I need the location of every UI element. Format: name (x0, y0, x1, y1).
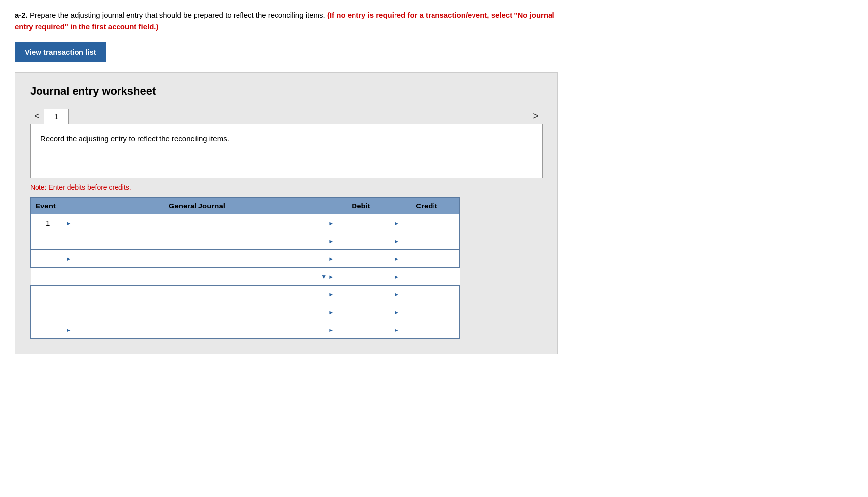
credit5-arrow-icon: ► (394, 291, 399, 297)
debit4-arrow-icon: ► (328, 274, 334, 280)
credit-input-5[interactable] (400, 286, 459, 303)
credit-cell-6[interactable]: ► (394, 303, 460, 321)
table-row: ► ► (31, 286, 460, 303)
gj-cell-3[interactable]: ► (66, 250, 328, 268)
gj-input-1[interactable] (72, 214, 328, 232)
event-cell-3 (31, 250, 66, 268)
debit-cell-1[interactable]: ► (328, 214, 394, 232)
debit-input-4[interactable] (335, 268, 394, 285)
header-event: Event (31, 198, 66, 214)
credit-input-4[interactable] (400, 268, 459, 285)
event-cell-6 (31, 303, 66, 321)
credit6-arrow-icon: ► (394, 309, 399, 315)
credit1-arrow-icon: ► (394, 220, 399, 226)
table-row: ► ► ► (31, 321, 460, 339)
gj-input-3[interactable] (72, 250, 328, 267)
credit-input-6[interactable] (400, 303, 459, 321)
debit3-arrow-icon: ► (328, 256, 334, 262)
credit-cell-2[interactable]: ► (394, 232, 460, 250)
debit-cell-2[interactable]: ► (328, 232, 394, 250)
debit-cell-3[interactable]: ► (328, 250, 394, 268)
credit-cell-7[interactable]: ► (394, 321, 460, 339)
credit-cell-3[interactable]: ► (394, 250, 460, 268)
gj-input-4[interactable] (66, 268, 320, 285)
event-cell-5 (31, 286, 66, 303)
instruction-prefix: a-2. (15, 11, 28, 19)
row7-arrow-icon: ► (66, 327, 72, 333)
instruction-main: Prepare the adjusting journal entry that… (30, 11, 327, 19)
gj-cell-2[interactable] (66, 232, 328, 250)
tab-1[interactable]: 1 (44, 109, 69, 124)
nav-right-button[interactable]: > (529, 108, 543, 124)
journal-table: Event General Journal Debit Credit 1 ► ► (30, 197, 460, 339)
row3-arrow-icon: ► (66, 256, 72, 262)
debit-cell-5[interactable]: ► (328, 286, 394, 303)
table-row: ► ► (31, 303, 460, 321)
gj-input-5[interactable] (66, 286, 328, 303)
debit6-arrow-icon: ► (328, 309, 334, 315)
gj-input-6[interactable] (66, 303, 328, 321)
gj-cell-1[interactable]: ► (66, 214, 328, 232)
table-header-row: Event General Journal Debit Credit (31, 198, 460, 214)
debit-input-3[interactable] (335, 250, 394, 267)
credit-input-7[interactable] (400, 321, 459, 338)
gj-cell-6[interactable] (66, 303, 328, 321)
debit-input-1[interactable] (335, 214, 394, 232)
worksheet-container: Journal entry worksheet < 1 > Record the… (15, 72, 558, 354)
instructions-container: a-2. Prepare the adjusting journal entry… (15, 10, 853, 32)
event-cell-1: 1 (31, 214, 66, 232)
debit5-arrow-icon: ► (328, 291, 334, 297)
debit7-arrow-icon: ► (328, 327, 334, 333)
gj-input-2[interactable] (66, 232, 328, 249)
debit-input-7[interactable] (335, 321, 394, 338)
credit-input-1[interactable] (400, 214, 459, 232)
table-row-dotted: ▼ ► ► (31, 268, 460, 286)
gj-cell-7[interactable]: ► (66, 321, 328, 339)
header-credit: Credit (394, 198, 460, 214)
gj-cell-4[interactable]: ▼ (66, 268, 328, 286)
debit-input-2[interactable] (335, 232, 394, 249)
debit1-arrow-icon: ► (328, 220, 334, 226)
dropdown-arrow-icon: ▼ (320, 273, 328, 280)
credit-cell-1[interactable]: ► (394, 214, 460, 232)
view-transaction-list-button[interactable]: View transaction list (15, 42, 106, 62)
tab-navigation: < 1 > (30, 108, 543, 124)
debit-cell-7[interactable]: ► (328, 321, 394, 339)
credit7-arrow-icon: ► (394, 327, 399, 333)
credit-cell-5[interactable]: ► (394, 286, 460, 303)
debit-input-6[interactable] (335, 303, 394, 321)
debit-cell-6[interactable]: ► (328, 303, 394, 321)
debit-input-5[interactable] (335, 286, 394, 303)
table-row: ► ► ► (31, 250, 460, 268)
row1-arrow-icon: ► (66, 220, 72, 226)
credit-input-3[interactable] (400, 250, 459, 267)
nav-left-button[interactable]: < (30, 108, 44, 124)
debit-cell-4[interactable]: ► (328, 268, 394, 286)
note-text: Note: Enter debits before credits. (30, 183, 543, 191)
worksheet-title: Journal entry worksheet (30, 85, 543, 98)
tab-content-box: Record the adjusting entry to reflect th… (30, 124, 543, 178)
credit2-arrow-icon: ► (394, 238, 399, 244)
gj-cell-5[interactable] (66, 286, 328, 303)
credit-cell-4[interactable]: ► (394, 268, 460, 286)
event-cell-7 (31, 321, 66, 339)
table-row: 1 ► ► ► (31, 214, 460, 232)
event-cell-4 (31, 268, 66, 286)
table-row: ► ► (31, 232, 460, 250)
credit4-arrow-icon: ► (394, 274, 399, 280)
event-cell-2 (31, 232, 66, 250)
debit2-arrow-icon: ► (328, 238, 334, 244)
credit-input-2[interactable] (400, 232, 459, 249)
tab-description: Record the adjusting entry to reflect th… (40, 134, 532, 143)
credit3-arrow-icon: ► (394, 256, 399, 262)
header-debit: Debit (328, 198, 394, 214)
gj-input-7[interactable] (72, 321, 328, 338)
header-general-journal: General Journal (66, 198, 328, 214)
